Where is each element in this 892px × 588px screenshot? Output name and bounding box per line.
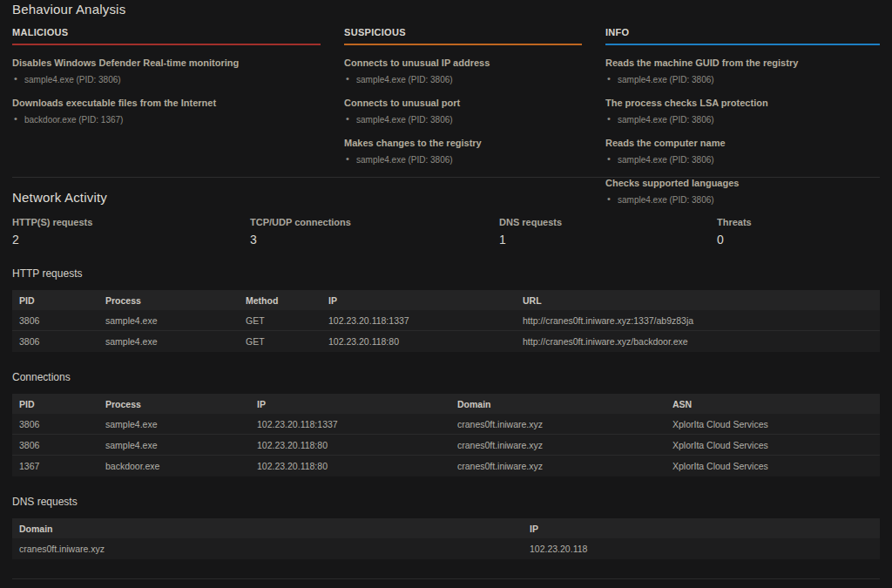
stat-value: 2 xyxy=(12,233,250,247)
stat-value: 0 xyxy=(717,233,880,247)
table-cell: 102.23.20.118:1337 xyxy=(250,419,450,429)
process-item[interactable]: sample4.exe (PID: 3806) xyxy=(605,194,880,206)
dns-table-title: DNS requests xyxy=(12,496,880,508)
rule-title: Connects to unusual port xyxy=(344,97,582,109)
process-list: sample4.exe (PID: 3806) xyxy=(605,114,880,125)
table-header-cell: URL xyxy=(516,295,880,306)
table-header-cell: Process xyxy=(98,399,250,409)
behaviour-rule: Makes changes to the registrysample4.exe… xyxy=(344,137,582,166)
table-cell: cranes0ft.iniware.xyz xyxy=(12,544,523,554)
rule-title: Disables Windows Defender Real-time moni… xyxy=(12,57,321,69)
stat-value: 3 xyxy=(250,233,499,247)
stat-label: HTTP(S) requests xyxy=(12,217,250,227)
process-item[interactable]: sample4.exe (PID: 3806) xyxy=(344,74,582,85)
table-header-cell: ASN xyxy=(666,399,880,409)
behaviour-rule: Disables Windows Defender Real-time moni… xyxy=(12,57,321,85)
behaviour-rule: Downloads executable files from the Inte… xyxy=(12,97,321,125)
table-header-row: DomainIP xyxy=(12,518,880,538)
rule-title: The process checks LSA protection xyxy=(605,97,880,109)
stat-label: Threats xyxy=(717,217,880,227)
threat-group-header: MALICIOUS xyxy=(12,27,321,45)
process-list: sample4.exe (PID: 3806) xyxy=(605,194,880,206)
table-cell: 102.23.20.118:80 xyxy=(250,440,450,450)
table-row[interactable]: 3806sample4.exeGET102.23.20.118:1337http… xyxy=(12,310,880,331)
table-cell: 102.23.20.118:80 xyxy=(250,461,450,471)
table-cell: sample4.exe xyxy=(98,419,250,429)
table-cell: 1367 xyxy=(12,461,98,471)
table-header-cell: Domain xyxy=(12,524,523,534)
table-cell: GET xyxy=(239,336,321,347)
connections-table-block: ConnectionsPIDProcessIPDomainASN3806samp… xyxy=(12,371,880,476)
process-item[interactable]: sample4.exe (PID: 3806) xyxy=(605,154,880,166)
process-list: sample4.exe (PID: 3806) xyxy=(344,74,582,85)
rule-title: Reads the computer name xyxy=(605,137,880,149)
table-row[interactable]: 1367backdoor.exe102.23.20.118:80cranes0f… xyxy=(12,456,880,476)
threat-group-malicious: MALICIOUSDisables Windows Defender Real-… xyxy=(12,27,321,206)
threat-group-info: INFOReads the machine GUID from the regi… xyxy=(605,27,880,206)
rule-title: Downloads executable files from the Inte… xyxy=(12,97,321,109)
stat-label: DNS requests xyxy=(499,217,717,227)
process-list: sample4.exe (PID: 3806) xyxy=(344,114,582,125)
network-tables: HTTP requestsPIDProcessMethodIPURL3806sa… xyxy=(12,267,880,559)
process-item[interactable]: sample4.exe (PID: 3806) xyxy=(344,114,582,125)
process-item[interactable]: sample4.exe (PID: 3806) xyxy=(605,114,880,125)
table-row[interactable]: 3806sample4.exe102.23.20.118:80cranes0ft… xyxy=(12,435,880,456)
threat-groups: MALICIOUSDisables Windows Defender Real-… xyxy=(12,27,880,206)
network-stat: HTTP(S) requests2 xyxy=(12,217,250,247)
rule-title: Checks supported languages xyxy=(605,177,880,189)
table-cell: cranes0ft.iniware.xyz xyxy=(450,461,666,471)
network-activity-section: Network Activity HTTP(S) requests2TCP/UD… xyxy=(0,178,892,579)
table-row[interactable]: cranes0ft.iniware.xyz102.23.20.118 xyxy=(12,538,880,559)
table-cell: cranes0ft.iniware.xyz xyxy=(450,419,666,429)
process-item[interactable]: sample4.exe (PID: 3806) xyxy=(12,74,321,85)
process-item[interactable]: sample4.exe (PID: 3806) xyxy=(344,154,582,166)
threat-group-suspicious: SUSPICIOUSConnects to unusual IP address… xyxy=(344,27,582,206)
dns-table: DomainIPcranes0ft.iniware.xyz102.23.20.1… xyxy=(12,518,880,559)
process-list: sample4.exe (PID: 3806) xyxy=(605,74,880,85)
behaviour-analysis-section: Behaviour Analysis MALICIOUSDisables Win… xyxy=(0,0,892,177)
analysis-report-panel: Behaviour Analysis MALICIOUSDisables Win… xyxy=(0,0,892,588)
rule-title: Connects to unusual IP address xyxy=(344,57,582,69)
table-row[interactable]: 3806sample4.exe102.23.20.118:1337cranes0… xyxy=(12,414,880,435)
table-header-row: PIDProcessIPDomainASN xyxy=(12,394,880,414)
table-header-cell: PID xyxy=(12,399,98,409)
table-header-row: PIDProcessMethodIPURL xyxy=(12,290,880,310)
table-cell: sample4.exe xyxy=(98,336,239,347)
connections-table-title: Connections xyxy=(12,371,880,383)
table-header-cell: Process xyxy=(98,295,239,306)
behaviour-rule: Checks supported languagessample4.exe (P… xyxy=(605,177,880,206)
http-table: PIDProcessMethodIPURL3806sample4.exeGET1… xyxy=(12,290,880,352)
table-cell: 102.23.20.118 xyxy=(523,544,880,554)
process-item[interactable]: sample4.exe (PID: 3806) xyxy=(605,74,880,85)
table-cell: http://cranes0ft.iniware.xyz:1337/ab9z83… xyxy=(516,315,880,326)
process-item[interactable]: backdoor.exe (PID: 1367) xyxy=(12,114,321,125)
table-header-cell: IP xyxy=(523,524,880,534)
table-cell: http://cranes0ft.iniware.xyz/backdoor.ex… xyxy=(516,336,880,347)
table-header-cell: IP xyxy=(321,295,516,306)
table-cell: 3806 xyxy=(12,419,98,429)
behaviour-rule: The process checks LSA protectionsample4… xyxy=(605,97,880,125)
table-header-cell: PID xyxy=(12,295,98,306)
network-stat: DNS requests1 xyxy=(499,217,717,247)
rule-title: Makes changes to the registry xyxy=(344,137,582,149)
table-cell: GET xyxy=(239,315,321,326)
bottom-divider xyxy=(12,578,880,579)
table-cell: backdoor.exe xyxy=(98,461,250,471)
process-list: sample4.exe (PID: 3806) xyxy=(605,154,880,166)
table-cell: 3806 xyxy=(12,440,98,450)
table-row[interactable]: 3806sample4.exeGET102.23.20.118:80http:/… xyxy=(12,331,880,352)
behaviour-rule: Connects to unusual IP addresssample4.ex… xyxy=(344,57,582,85)
table-cell: 102.23.20.118:1337 xyxy=(321,315,516,326)
table-cell: 3806 xyxy=(12,336,98,347)
table-cell: cranes0ft.iniware.xyz xyxy=(450,440,666,450)
table-cell: 102.23.20.118:80 xyxy=(321,336,516,347)
table-cell: sample4.exe xyxy=(98,440,250,450)
table-header-cell: Domain xyxy=(450,399,666,409)
http-table-title: HTTP requests xyxy=(12,267,880,280)
behaviour-analysis-title: Behaviour Analysis xyxy=(12,2,880,17)
stat-label: TCP/UDP connections xyxy=(250,217,499,227)
threat-group-header: SUSPICIOUS xyxy=(344,27,582,45)
network-stat: TCP/UDP connections3 xyxy=(250,217,499,247)
table-cell: XplorIta Cloud Services xyxy=(666,440,880,450)
connections-table: PIDProcessIPDomainASN3806sample4.exe102.… xyxy=(12,394,880,476)
